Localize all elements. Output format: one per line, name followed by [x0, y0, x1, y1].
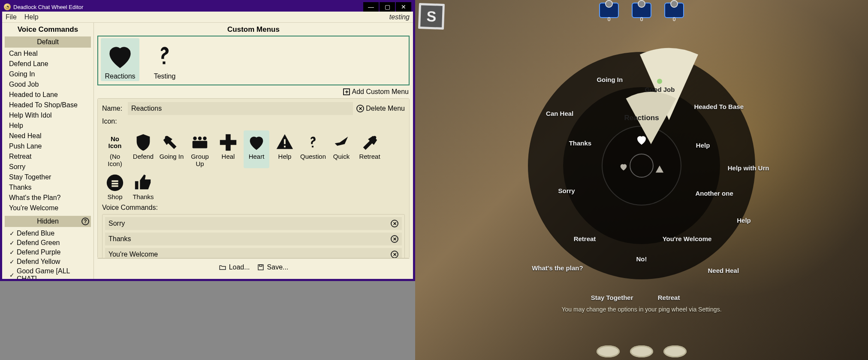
- maximize-button[interactable]: ▢: [380, 2, 395, 12]
- icon-option-groupup[interactable]: Group Up: [187, 130, 213, 168]
- selection-dot-icon: [657, 79, 662, 84]
- vc-item[interactable]: Stay Together: [9, 172, 92, 182]
- assigned-vc-item[interactable]: Thanks✕: [105, 233, 402, 245]
- wheel-label-stay[interactable]: Stay Together: [586, 294, 638, 301]
- wheel-label-whats-plan[interactable]: What's the plan?: [532, 264, 583, 272]
- wheel-label-retreat-bot[interactable]: Retreat: [643, 294, 695, 301]
- icon-option-quick[interactable]: Quick: [329, 130, 354, 168]
- wheel-label-help-top[interactable]: Help: [677, 142, 729, 149]
- icon-option-label: Heart: [244, 153, 269, 160]
- svg-rect-0: [258, 265, 263, 270]
- vc-item[interactable]: Headed To Shop/Base: [9, 100, 92, 110]
- wheel-label-another[interactable]: Another one: [689, 189, 740, 197]
- remove-vc-button[interactable]: ✕: [391, 220, 398, 227]
- main-panel: Custom Menus ReactionsTesting +Add Custo…: [94, 23, 413, 279]
- load-label: Load...: [229, 263, 250, 271]
- vc-item[interactable]: Push Lane: [9, 141, 92, 151]
- wheel-label-no[interactable]: No!: [616, 255, 667, 263]
- wheel-label-need-heal[interactable]: Need Heal: [698, 266, 749, 274]
- hud-top: 0 0 0: [599, 3, 684, 18]
- check-icon: ✓: [7, 230, 17, 237]
- close-button[interactable]: ✕: [396, 2, 411, 12]
- menu-editor-form: Name: ✕ Delete Menu Icon: NoIcon(No Icon…: [97, 98, 410, 258]
- vc-item[interactable]: You're Welcome: [9, 203, 92, 213]
- hidden-item[interactable]: ✓Good Game [ALL CHAT]: [7, 266, 92, 279]
- wheel-label-sorry[interactable]: Sorry: [541, 187, 592, 194]
- delete-menu-button[interactable]: ✕ Delete Menu: [356, 105, 405, 112]
- custom-menu-testing[interactable]: Testing: [145, 38, 184, 81]
- hidden-item[interactable]: ✓Defend Purple: [7, 248, 92, 257]
- check-icon: ✓: [7, 272, 17, 278]
- vc-item[interactable]: Help With Idol: [9, 110, 92, 121]
- s-badge: S: [418, 3, 445, 30]
- menu-name-input[interactable]: [128, 102, 353, 115]
- vc-item[interactable]: Sorry: [9, 162, 92, 172]
- hud-count: 0: [608, 16, 611, 22]
- assigned-vc-item[interactable]: You're Welcome✕: [105, 248, 402, 258]
- section-hidden[interactable]: Hidden ?: [5, 216, 91, 227]
- hidden-item-label: Defend Blue: [17, 230, 54, 237]
- wheel-label-going-in[interactable]: Going In: [584, 76, 636, 83]
- assigned-vc-item[interactable]: Sorry✕: [105, 217, 402, 230]
- save-button[interactable]: Save...: [257, 263, 289, 271]
- menu-card-label: Reactions: [102, 73, 139, 80]
- delete-icon: ✕: [356, 105, 364, 112]
- question-icon: [146, 40, 183, 73]
- wheel-label-help-right[interactable]: Help: [718, 217, 770, 224]
- icon-option-goingin[interactable]: Going In: [159, 130, 184, 168]
- pill: [630, 345, 653, 357]
- icon-option-none[interactable]: NoIcon(No Icon): [102, 130, 128, 168]
- assigned-vc-label: Thanks: [108, 235, 131, 243]
- wheel-label-help-urn[interactable]: Help with Urn: [723, 164, 774, 172]
- custom-menu-reactions[interactable]: Reactions: [101, 38, 139, 81]
- icon-option-label: Heal: [215, 153, 241, 160]
- remove-vc-button[interactable]: ✕: [391, 251, 398, 258]
- menu-file[interactable]: File: [6, 13, 17, 21]
- icon-option-label: (No Icon): [102, 153, 128, 167]
- hud-slot: 0: [632, 3, 651, 18]
- vc-item[interactable]: Thanks: [9, 182, 92, 193]
- remove-vc-button[interactable]: ✕: [391, 235, 398, 243]
- minimize-button[interactable]: —: [363, 2, 379, 12]
- icon-option-label: Defend: [130, 153, 156, 160]
- load-button[interactable]: Load...: [219, 263, 250, 271]
- icon-option-heart[interactable]: Heart: [244, 130, 269, 168]
- vc-item[interactable]: What's the Plan?: [9, 193, 92, 203]
- hidden-item[interactable]: ✓Defend Blue: [7, 229, 92, 238]
- icon-option-help[interactable]: Help: [272, 130, 298, 168]
- vc-item[interactable]: Going In: [9, 69, 92, 79]
- vc-item[interactable]: Can Heal: [9, 48, 92, 59]
- hud-count: 0: [673, 16, 676, 22]
- icon-option-retreat[interactable]: Retreat: [357, 130, 383, 168]
- vc-item[interactable]: Retreat: [9, 151, 92, 162]
- help-icon[interactable]: ?: [81, 218, 89, 225]
- ghost-warning-icon: [655, 165, 664, 176]
- vc-item[interactable]: Headed to Lane: [9, 90, 92, 100]
- hidden-item[interactable]: ✓Defend Yellow: [7, 257, 92, 266]
- vc-item[interactable]: Defend Lane: [9, 59, 92, 69]
- vc-item[interactable]: Help: [9, 121, 92, 131]
- section-default[interactable]: Default: [5, 36, 91, 48]
- hidden-item[interactable]: ✓Defend Green: [7, 238, 92, 248]
- add-custom-menu[interactable]: +Add Custom Menu: [97, 85, 410, 98]
- wheel-label-headed-base[interactable]: Headed To Base: [693, 103, 744, 110]
- groupup-icon: [187, 132, 213, 153]
- shop-icon: [102, 172, 128, 193]
- wheel-label-youre-welcome[interactable]: You're Welcome: [661, 235, 713, 242]
- vc-item[interactable]: Good Job: [9, 79, 92, 90]
- save-label: Save...: [267, 263, 289, 271]
- wheel-label-can-heal[interactable]: Can Heal: [534, 110, 585, 117]
- icon-option-question[interactable]: Question: [300, 130, 326, 168]
- icon-option-heal[interactable]: Heal: [215, 130, 241, 168]
- icon-option-shop[interactable]: Shop: [102, 171, 128, 201]
- plus-icon: +: [343, 88, 350, 95]
- wheel-label-thanks[interactable]: Thanks: [555, 139, 606, 146]
- chat-wheel[interactable]: Good Job Reactions Going In Headed To Ba…: [528, 52, 755, 279]
- wheel-label-retreat-mid[interactable]: Retreat: [559, 235, 611, 242]
- menu-help[interactable]: Help: [24, 13, 39, 21]
- vc-item[interactable]: Need Heal: [9, 131, 92, 141]
- icon-option-defend[interactable]: Defend: [130, 130, 156, 168]
- assigned-vc-label: You're Welcome: [108, 251, 158, 258]
- goingin-icon: [159, 132, 184, 153]
- icon-option-thanks[interactable]: Thanks: [130, 171, 156, 201]
